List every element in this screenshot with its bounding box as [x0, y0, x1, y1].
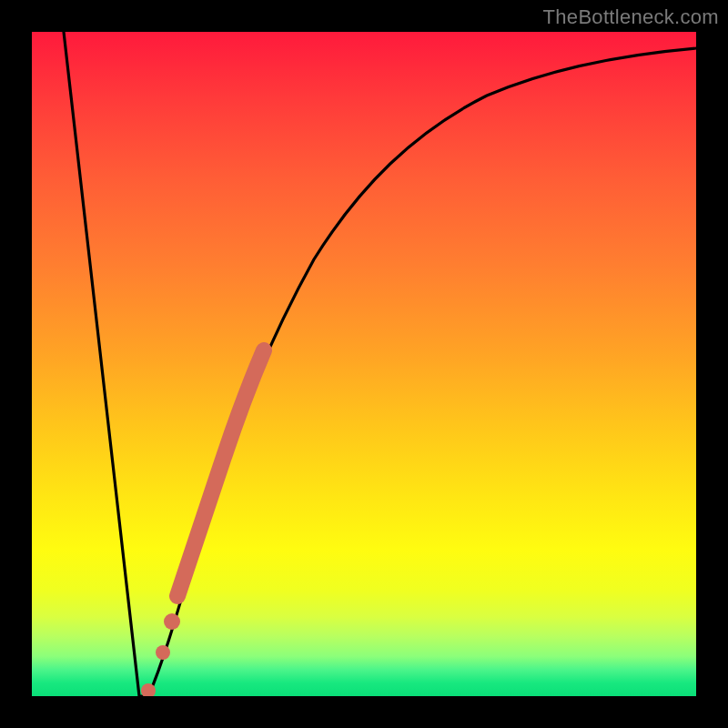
highlight-dot — [156, 645, 170, 660]
bottleneck-curve — [64, 32, 696, 696]
highlighted-range — [177, 350, 264, 596]
plot-area — [32, 32, 696, 696]
curve-layer — [32, 32, 696, 696]
chart-frame: TheBottleneck.com — [0, 0, 728, 728]
watermark-text: TheBottleneck.com — [543, 5, 719, 29]
highlight-dot — [164, 613, 180, 630]
